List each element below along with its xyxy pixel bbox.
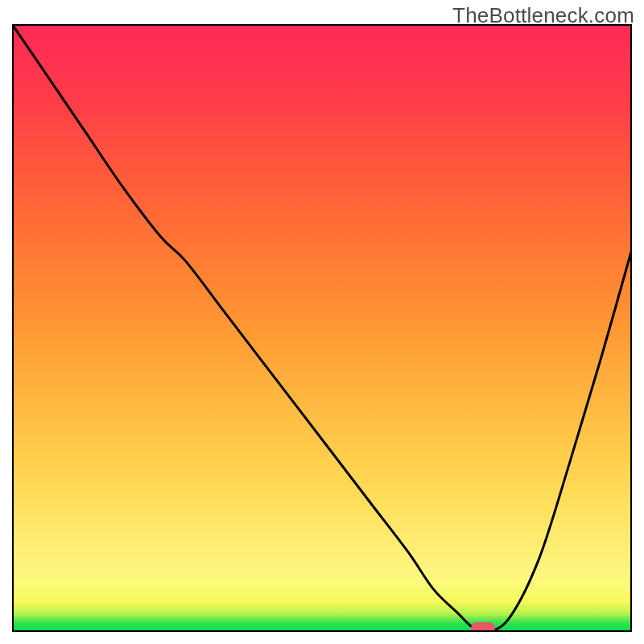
plot-area xyxy=(12,24,632,632)
chart-stage: TheBottleneck.com xyxy=(0,0,644,644)
watermark-text: TheBottleneck.com xyxy=(452,3,634,28)
optimal-marker xyxy=(471,622,495,632)
bottleneck-curve-path xyxy=(12,24,632,632)
bottleneck-curve xyxy=(12,24,632,632)
